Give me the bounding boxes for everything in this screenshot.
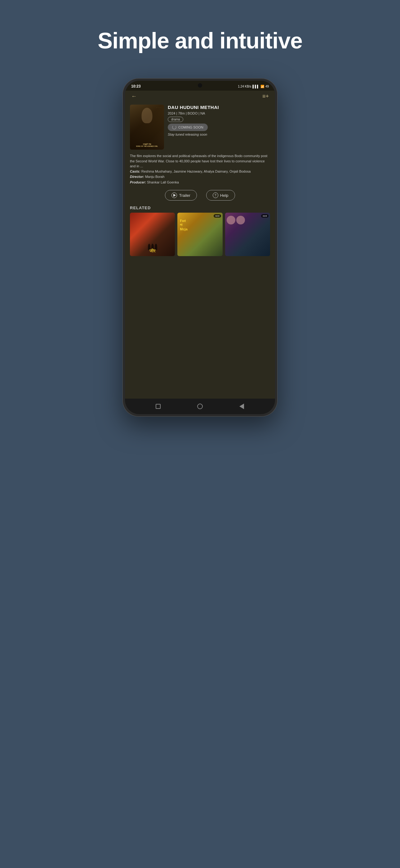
help-label: Help <box>220 193 229 198</box>
coming-soon-button: COMING SOON <box>168 124 208 131</box>
coming-soon-label: COMING SOON <box>178 125 203 129</box>
director-value: Manju Borah <box>145 175 164 179</box>
poster-silhouette <box>142 108 153 123</box>
triangle-icon <box>239 404 244 409</box>
recents-button[interactable] <box>155 403 162 410</box>
loading-icon <box>172 125 176 129</box>
movie-art-1: जीर <box>130 213 175 256</box>
producer-info: Producer: Shankar Lall Goenka <box>130 180 270 185</box>
casts-value: Reshma Mushahary, Jasmine Hazowary, Ahal… <box>141 169 251 173</box>
description-text: The film explores the social and politic… <box>130 153 270 169</box>
camera-notch <box>198 83 202 88</box>
trailer-button[interactable]: Trailer <box>165 190 197 200</box>
film1-title: जीर <box>130 248 175 254</box>
status-time: 10:23 <box>131 84 141 89</box>
poster-birds: · · · <box>157 106 162 109</box>
battery-level: 49 <box>265 85 269 88</box>
movie-poster: · · · दाव हुदुनि मेबाइ SONG OF THE HORNE… <box>130 104 164 150</box>
square-icon <box>156 404 161 409</box>
phone-screen: 10:23 1.24 KB/s ▌▌▌ 📶 49 ← ≡+ · · · दाव … <box>125 81 275 414</box>
director-info: Director: Manju Borah <box>130 174 270 180</box>
action-buttons: Trailer ? Help <box>125 187 275 204</box>
help-button[interactable]: ? Help <box>206 190 235 200</box>
trailer-label: Trailer <box>179 193 190 198</box>
page-headline: Simple and intuitive <box>98 28 302 53</box>
related-movie-1[interactable]: जीर <box>130 213 175 256</box>
related-movie-2[interactable]: rent FwtলাMcja <box>177 213 222 256</box>
producer-label: Producer: <box>130 180 146 184</box>
wifi-icon: 📶 <box>261 85 264 88</box>
related-movies-list: जीर rent FwtলাMcja rent <box>130 213 270 256</box>
play-icon <box>171 192 177 198</box>
movie-description: The film explores the social and politic… <box>125 152 275 187</box>
film3-faces <box>225 216 270 224</box>
back-nav-button[interactable] <box>238 403 245 410</box>
related-title: RELATED <box>130 206 270 210</box>
movie-art-3 <box>225 213 270 256</box>
related-section: RELATED जीर rent <box>125 204 275 257</box>
director-label: Director: <box>130 175 144 179</box>
movie-title: DAU HUDUNI METHAI <box>168 104 270 110</box>
genre-badge: drama <box>168 117 183 122</box>
signal-icon: ▌▌▌ <box>253 85 259 88</box>
cast-info: Casts: Reshma Mushahary, Jasmine Hazowar… <box>130 169 270 175</box>
film2-title: FwtলাMcja <box>180 219 187 231</box>
nav-bar: ← ≡+ <box>125 91 275 102</box>
stay-tuned-text: Stay tuned releasing soon <box>168 132 270 136</box>
network-speed: 1.24 KB/s <box>238 85 251 88</box>
bottom-nav <box>125 399 275 414</box>
related-movie-3[interactable]: rent <box>225 213 270 256</box>
help-icon: ? <box>213 192 218 198</box>
menu-button[interactable]: ≡+ <box>262 93 269 100</box>
movie-info: · · · दाव हुदुनि मेबाइ SONG OF THE HORNE… <box>125 102 275 152</box>
circle-icon <box>197 404 203 409</box>
home-button[interactable] <box>196 403 204 410</box>
play-triangle <box>173 194 176 197</box>
help-question-mark: ? <box>214 194 216 197</box>
poster-text: दाव हुदुनि मेबाइ SONG OF THE HORNED OWL <box>130 143 164 147</box>
movie-art-2: FwtলাMcja <box>177 213 222 256</box>
casts-label: Casts: <box>130 169 140 173</box>
back-button[interactable]: ← <box>131 93 137 100</box>
phone-frame: 10:23 1.24 KB/s ▌▌▌ 📶 49 ← ≡+ · · · दाव … <box>123 78 277 416</box>
producer-value: Shankar Lall Goenka <box>147 180 179 184</box>
status-icons: 1.24 KB/s ▌▌▌ 📶 49 <box>238 85 269 88</box>
movie-details: DAU HUDUNI METHAI 2024 | 78m | BODO | NA… <box>168 104 270 150</box>
movie-meta: 2024 | 78m | BODO | NA <box>168 112 270 115</box>
